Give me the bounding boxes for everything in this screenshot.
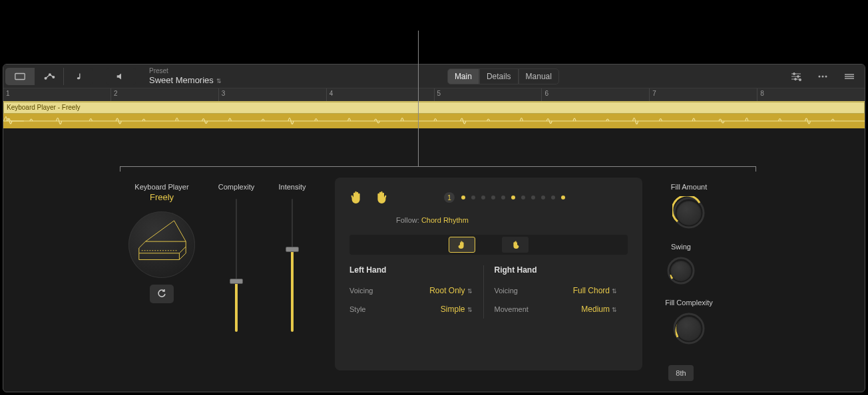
follow-label-row: Follow: Chord Rhythm: [396, 216, 628, 224]
rh-movement-label: Movement: [495, 305, 529, 313]
session-player-editor: Keyboard Player Freely: [122, 178, 756, 370]
rh-movement-selector[interactable]: Medium⇅: [581, 305, 617, 314]
player-controls: Keyboard Player Freely: [122, 178, 322, 370]
timeline-ruler[interactable]: 1 2 3 4 5 6 7 8: [3, 88, 865, 102]
region-waveform[interactable]: [3, 114, 865, 128]
lh-voicing-selector[interactable]: Root Only⇅: [429, 286, 472, 295]
swing-block: Swing: [662, 243, 700, 285]
swing-division-block: 8th: [662, 358, 700, 381]
regenerate-button[interactable]: [150, 285, 174, 303]
automation-icon: [43, 72, 55, 81]
flex-view-button[interactable]: [64, 68, 93, 85]
toolbar: Preset Sweet Memories⇅ Main Details Manu…: [3, 65, 865, 88]
fill-amount-knob[interactable]: [672, 196, 706, 229]
beat-dot[interactable]: [561, 196, 565, 199]
waveform-icon: [3, 114, 865, 128]
swing-division-button[interactable]: 8th: [668, 365, 694, 381]
tab-details[interactable]: Details: [479, 68, 519, 84]
svg-point-5: [793, 72, 795, 74]
svg-point-8: [799, 78, 801, 81]
left-hand-mode-button[interactable]: [449, 237, 475, 253]
beat-indicator-row: 1: [444, 192, 628, 203]
complexity-slider-block: Complexity: [215, 183, 258, 332]
bar-marker: 8: [757, 88, 865, 101]
beat-dot[interactable]: [541, 196, 545, 199]
beat-dot[interactable]: [501, 196, 505, 199]
editor-window: Preset Sweet Memories⇅ Main Details Manu…: [3, 64, 865, 392]
beat-dot[interactable]: [531, 196, 535, 199]
left-hand-column: Left Hand VoicingRoot Only⇅ StyleSimple⇅: [349, 265, 483, 319]
region-clip[interactable]: Keyboard Player - Freely: [3, 102, 865, 114]
instrument-thumbnail[interactable]: [128, 211, 195, 278]
menu-icon[interactable]: [838, 68, 861, 84]
lh-style-selector[interactable]: Simple⇅: [441, 305, 473, 314]
svg-rect-0: [15, 73, 24, 79]
settings-icon[interactable]: [785, 68, 807, 84]
right-hand-mode-button[interactable]: [502, 237, 529, 253]
bar-marker: 7: [649, 88, 757, 101]
more-icon[interactable]: [811, 68, 834, 84]
swing-knob[interactable]: [666, 256, 696, 285]
refresh-icon: [157, 289, 166, 299]
preset-label: Preset: [149, 67, 222, 75]
bar-marker: 2: [110, 88, 218, 101]
follow-label: Follow:: [396, 216, 419, 224]
complexity-label: Complexity: [215, 183, 258, 191]
beat-dot[interactable]: [521, 196, 525, 199]
lh-voicing-label: Voicing: [349, 287, 373, 295]
right-hand-icon[interactable]: [373, 190, 388, 205]
rh-voicing-selector[interactable]: Full Chord⇅: [573, 286, 617, 295]
complexity-slider[interactable]: [234, 199, 238, 332]
left-hand-icon[interactable]: [349, 190, 364, 205]
chevron-updown-icon: ⇅: [612, 307, 617, 313]
cell-display-mode-group: [5, 68, 93, 85]
intensity-slider-block: Intensity: [271, 183, 314, 332]
svg-point-4: [77, 77, 81, 79]
right-hand-small-icon: [511, 240, 519, 249]
fill-complexity-knob[interactable]: [672, 312, 706, 345]
chevron-updown-icon: ⇅: [216, 78, 222, 84]
preset-name: Sweet Memories⇅: [149, 75, 222, 86]
toolbar-right: [785, 68, 861, 84]
fill-amount-label: Fill Amount: [662, 183, 716, 191]
region-view-button[interactable]: [5, 68, 35, 85]
fill-complexity-block: Fill Complexity: [662, 299, 716, 345]
beat-count-badge: 1: [444, 192, 455, 203]
follow-value[interactable]: Chord Rhythm: [421, 216, 469, 224]
svg-point-9: [819, 75, 821, 77]
automation-view-button[interactable]: [35, 68, 64, 85]
beat-dot[interactable]: [481, 196, 485, 199]
tab-main[interactable]: Main: [447, 68, 479, 84]
knob-column: Fill Amount Swing Fill Complexity: [656, 178, 756, 370]
chevron-updown-icon: ⇅: [612, 288, 617, 295]
beat-dot[interactable]: [551, 196, 555, 199]
player-block: Keyboard Player Freely: [122, 183, 202, 303]
swing-label: Swing: [662, 243, 700, 251]
beat-dot[interactable]: [461, 196, 465, 199]
chevron-updown-icon: ⇅: [467, 307, 473, 313]
right-hand-column: Right Hand VoicingFull Chord⇅ MovementMe…: [483, 265, 628, 319]
bar-marker: 6: [541, 88, 649, 101]
bar-marker: 1: [3, 88, 110, 101]
beat-dots[interactable]: [461, 196, 565, 199]
tab-manual[interactable]: Manual: [519, 68, 559, 84]
bar-marker: 4: [326, 88, 434, 101]
bar-marker: 5: [434, 88, 542, 101]
beat-dot[interactable]: [511, 196, 515, 199]
audition-button[interactable]: [107, 68, 136, 85]
svg-point-7: [795, 78, 797, 80]
bar-marker: 3: [218, 88, 326, 101]
svg-point-10: [822, 75, 824, 77]
chevron-updown-icon: ⇅: [467, 288, 473, 295]
fill-complexity-label: Fill Complexity: [662, 299, 716, 307]
lh-style-label: Style: [349, 305, 365, 313]
pattern-panel: 1 Follow: Chord Rhythm Left Hand: [335, 178, 642, 370]
beat-dot[interactable]: [471, 196, 475, 199]
beat-dot[interactable]: [491, 196, 495, 199]
svg-point-6: [797, 75, 799, 77]
preset-selector[interactable]: Preset Sweet Memories⇅: [149, 67, 222, 86]
note-icon: [73, 72, 85, 81]
intensity-slider[interactable]: [290, 199, 294, 332]
right-hand-title: Right Hand: [495, 265, 618, 275]
rh-voicing-label: Voicing: [495, 287, 518, 295]
